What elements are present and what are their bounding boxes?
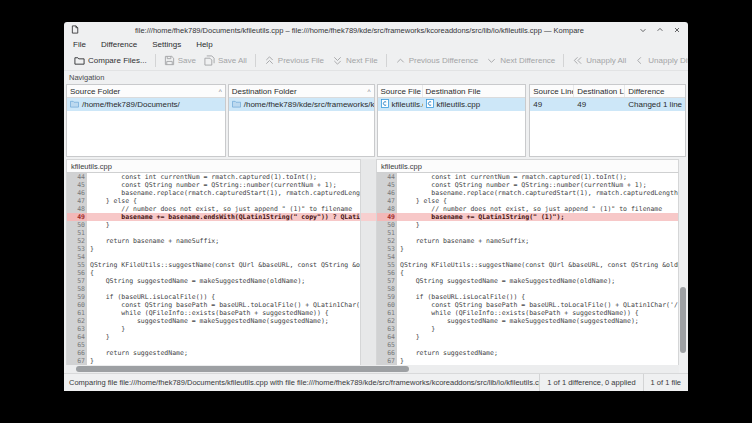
line-number: 58 (67, 285, 87, 293)
line-number: 56 (377, 269, 397, 277)
titlebar[interactable]: file:///home/fhek789/Documents/kfileutil… (64, 22, 688, 38)
save-all-button[interactable]: Save All (200, 53, 251, 68)
line-number: 48 (67, 205, 87, 213)
code-text: basename.replace(rmatch.capturedStart(1)… (87, 189, 360, 197)
toolbar: Compare Files... Save Save All Previous … (64, 51, 688, 71)
empty-area (530, 111, 685, 156)
line-number: 50 (67, 221, 87, 229)
unapply-all-button[interactable]: Unapply All (568, 53, 630, 68)
code-text: } (397, 221, 678, 229)
column-header-source-folder[interactable]: Source Folder ^ (67, 85, 225, 97)
vertical-scrollbar[interactable] (679, 159, 688, 373)
empty-area (67, 111, 225, 156)
menubar: File Difference Settings Help (64, 38, 688, 51)
menu-settings[interactable]: Settings (152, 40, 181, 49)
vertical-scrollbar-thumb[interactable] (680, 287, 686, 353)
folder-compare-icon (74, 55, 85, 66)
line-number: 61 (377, 309, 397, 317)
column-header-destination-file[interactable]: Destination File (423, 85, 526, 97)
previous-file-button[interactable]: Previous File (260, 53, 328, 68)
code-text: const int currentNum = rmatch.captured(1… (397, 173, 678, 181)
column-header-destination-folder[interactable]: Destination Folder ^ (229, 85, 374, 97)
save-button[interactable]: Save (160, 53, 200, 68)
code-text: suggestedName = makeSuggestedName(sugges… (87, 317, 360, 325)
code-line: 55QString KFileUtils::suggestName(const … (377, 261, 678, 269)
menu-file[interactable]: File (73, 40, 86, 49)
code-line: 66 return suggestedName; (67, 349, 360, 357)
next-difference-button[interactable]: Next Difference (482, 53, 559, 68)
code-line: 56{ (377, 269, 678, 277)
code-line: 54 (67, 253, 360, 261)
code-text: while (QFileInfo::exists(basePath + sugg… (397, 309, 678, 317)
code-line: 46 basename.replace(rmatch.capturedStart… (377, 189, 678, 197)
line-number: 54 (67, 253, 87, 261)
folder-icon (70, 100, 79, 110)
line-number: 44 (377, 173, 397, 181)
code-text: QString KFileUtils::suggestName(const QU… (397, 261, 678, 269)
line-number: 67 (67, 357, 87, 365)
code-line: 64 } (67, 333, 360, 341)
code-line: 53} (67, 245, 360, 253)
code-text: } (87, 357, 360, 365)
code-text: QString suggestedName = makeSuggestedNam… (87, 277, 360, 285)
double-chevron-left-icon (572, 55, 583, 66)
line-number: 66 (67, 349, 87, 357)
code-text: } (87, 333, 360, 341)
column-header-source-line[interactable]: Source Line ^ (530, 85, 574, 97)
close-button[interactable] (673, 26, 681, 34)
column-header-difference[interactable]: Difference (625, 85, 685, 97)
destination-folder-row[interactable]: /home/fhek789/kde/src/frameworks/kcoread… (229, 98, 374, 111)
horizontal-scrollbar[interactable] (66, 365, 679, 373)
code-text: basename += QLatin1String(" (1)"); (397, 213, 678, 221)
toolbar-separator (386, 54, 387, 67)
code-line: 46 basename.replace(rmatch.capturedStart… (67, 189, 360, 197)
line-number: 59 (67, 293, 87, 301)
code-line: 49 basename += basename.endsWith(QLatin1… (67, 213, 360, 221)
line-number: 61 (67, 309, 87, 317)
code-text: basename += basename.endsWith(QLatin1Str… (87, 213, 360, 221)
destination-pane-header: kfileutils.cpp (376, 159, 679, 173)
save-all-icon (204, 55, 215, 66)
code-line: 51 (377, 229, 678, 237)
empty-area (229, 111, 374, 156)
menu-difference[interactable]: Difference (101, 40, 137, 49)
line-number: 65 (67, 341, 87, 349)
compare-files-button[interactable]: Compare Files... (70, 53, 151, 68)
previous-difference-button[interactable]: Previous Difference (391, 53, 483, 68)
code-line: 65 (377, 341, 678, 349)
horizontal-scrollbar-thumb[interactable] (76, 366, 409, 372)
code-line: 48 // number does not exist, so just app… (377, 205, 678, 213)
line-number: 47 (377, 197, 397, 205)
code-text: } (397, 357, 678, 365)
unapply-difference-button[interactable]: Unapply Difference (630, 53, 688, 68)
column-header-destination-line[interactable]: Destination Lir (574, 85, 625, 97)
code-line: 63 } (377, 325, 678, 333)
navigation-dock-title: Navigation (64, 71, 688, 83)
code-line: 55QString KFileUtils::suggestName(const … (67, 261, 360, 269)
line-number: 63 (377, 325, 397, 333)
column-header-source-file[interactable]: Source File ^ (378, 85, 423, 97)
double-chevron-up-icon (264, 55, 275, 66)
code-line: 47 } else { (377, 197, 678, 205)
maximize-button[interactable] (656, 26, 664, 34)
lines-row[interactable]: 49 49 Changed 1 line (530, 98, 685, 111)
statusbar: Comparing file file:///home/fhek789/Docu… (64, 373, 688, 391)
code-text (87, 285, 360, 293)
code-text: // number does not exist, so just append… (87, 205, 360, 213)
line-number: 58 (377, 285, 397, 293)
files-row[interactable]: kfileutils.c... kfileutils.cpp (378, 98, 526, 111)
menu-help[interactable]: Help (196, 40, 212, 49)
line-number: 60 (377, 301, 397, 309)
code-text: return basename + nameSuffix; (87, 237, 360, 245)
chevron-left-icon (634, 55, 645, 66)
lines-pane: Source Line ^ Destination Lir Difference… (529, 84, 686, 157)
line-number: 63 (67, 325, 87, 333)
line-number: 51 (377, 229, 397, 237)
next-file-button[interactable]: Next File (328, 53, 382, 68)
code-line: 44 const int currentNum = rmatch.capture… (377, 173, 678, 181)
difference-count: 1 of 1 difference, 0 applied (539, 374, 642, 391)
sort-ascending-icon: ^ (367, 88, 370, 95)
source-folder-row[interactable]: /home/fhek789/Documents/ (67, 98, 225, 111)
minimize-button[interactable] (639, 26, 647, 34)
code-text: { (397, 269, 678, 277)
